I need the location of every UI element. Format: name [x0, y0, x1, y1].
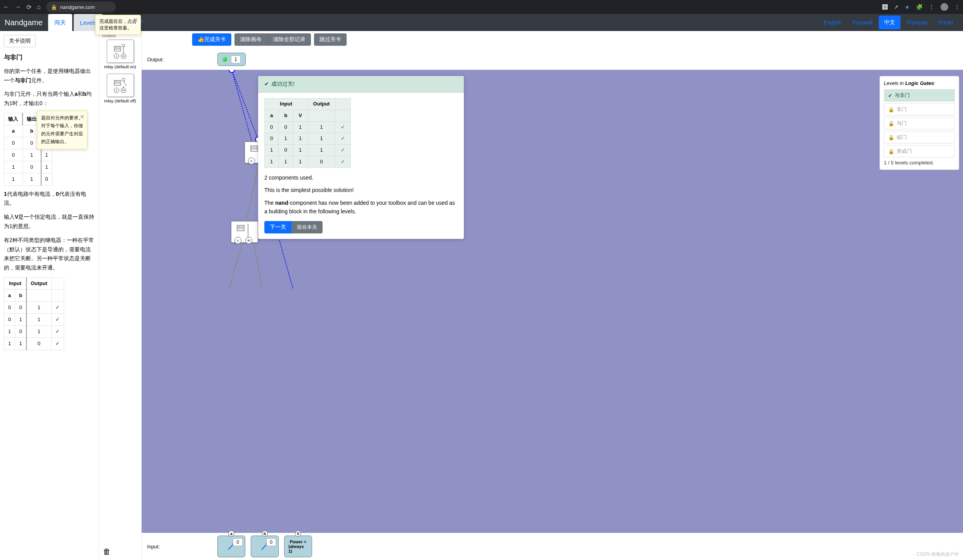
- lang-zh[interactable]: 中文: [879, 16, 901, 29]
- clear-canvas-button[interactable]: 清除画布: [234, 33, 267, 46]
- lock-icon: 🔒: [888, 149, 894, 154]
- success-line-2: This is the simplest possible solution!: [264, 186, 458, 194]
- svg-text:in: in: [122, 54, 125, 58]
- lang-ru[interactable]: Русский: [847, 14, 878, 31]
- instructions-panel: 关卡说明 与非门 你的第一个任务，是使用继电器做出一个与非门元件。 与非门元件，…: [0, 31, 99, 560]
- lock-icon: 🔒: [888, 107, 894, 112]
- lang-en[interactable]: English: [818, 14, 847, 31]
- instruction-para-2: 与非门元件，只有当两个输入a和b均为1时，才输出0：: [4, 90, 95, 108]
- level-item-xor[interactable]: 🔒异或门: [884, 145, 955, 157]
- watermark: CSDN @御风@户外: [916, 551, 959, 558]
- close-icon[interactable]: ✕: [80, 112, 85, 122]
- port-in[interactable]: in: [245, 237, 252, 244]
- placed-relay-2[interactable]: c in ▾: [231, 221, 258, 243]
- level-item-nand[interactable]: ✔与非门: [884, 89, 955, 102]
- levels-title: Levels in Logic Gates:: [884, 80, 955, 86]
- port-c[interactable]: c: [248, 157, 255, 164]
- check-button[interactable]: 👍完成关卡: [192, 33, 231, 46]
- svg-text:c: c: [116, 88, 117, 92]
- instruction-para-1: 你的第一个任务，是使用继电器做出一个与非门元件。: [4, 67, 95, 85]
- output-led-icon: [222, 57, 227, 62]
- input-a[interactable]: a 0: [217, 536, 245, 557]
- tab-gate[interactable]: 闯关: [48, 14, 72, 31]
- svg-point-2: [122, 44, 125, 47]
- input-b[interactable]: b 0: [251, 536, 279, 557]
- success-panel: ✔成功过关! InputOutput abV 0011✓ 0111✓ 1011✓…: [258, 76, 464, 239]
- instruction-para-3b: 输入V是一个恒定电流，就是一直保持为1的意思。: [4, 213, 95, 231]
- output-label: Output:: [142, 57, 164, 62]
- svg-line-8: [123, 80, 126, 86]
- browser-chrome: ← → ⟳ ⌂ 🔒 nandgame.com 🅰 ↗ ★ 🧩 ⋮ ⋮: [0, 0, 963, 14]
- level-item-not[interactable]: 🔒非门: [884, 103, 955, 116]
- overflow-icon[interactable]: ⋮: [954, 4, 960, 10]
- forward-icon[interactable]: →: [15, 3, 21, 10]
- reload-icon[interactable]: ⟳: [26, 3, 31, 11]
- tooltip-check: ✕ 完成题目后，点击这里检查答案。: [95, 15, 141, 35]
- tool-relay-off[interactable]: c in relay (default off): [101, 74, 139, 103]
- tooltip-requirements: ✕ 题目对元件的要求。对于每个输入，你做的元件需要产生对应的正确输出。: [37, 111, 87, 149]
- tool-relay-on[interactable]: c in relay (default on): [101, 40, 139, 69]
- toolbox: ✕ 完成题目后，点击这里检查答案。 Toolbox c in relay (de…: [99, 31, 142, 560]
- svg-point-10: [122, 78, 125, 81]
- lang-fr[interactable]: Français: [901, 14, 933, 31]
- home-icon[interactable]: ⌂: [37, 3, 41, 10]
- svg-point-15: [229, 70, 234, 73]
- result-table: InputOutput abV 0011✓ 0111✓ 1011✓ 1110✓: [264, 98, 351, 168]
- menu-icon[interactable]: ⋮: [929, 4, 934, 10]
- lang-pl[interactable]: Polski: [933, 14, 958, 31]
- main-nav: Nandgame 闯关 Levels 捐助 关于 English Русский…: [0, 14, 963, 31]
- input-v: V Power + (always 1): [284, 536, 312, 557]
- next-level-button[interactable]: 下一关: [264, 221, 292, 233]
- success-line-3: The nand-component has now been added to…: [264, 199, 458, 216]
- level-item-and[interactable]: 🔒与门: [884, 117, 955, 130]
- back-icon[interactable]: ←: [3, 3, 9, 10]
- success-header: ✔成功过关!: [258, 76, 464, 93]
- star-icon[interactable]: ★: [905, 4, 910, 10]
- lock-icon: 🔒: [51, 4, 57, 10]
- levels-progress: 1 / 5 levels completed.: [884, 160, 955, 166]
- truth-table-2: InputOutput ab 001✓ 011✓ 101✓ 110✓: [4, 277, 64, 350]
- skip-button[interactable]: 跳过关卡: [314, 33, 347, 46]
- workspace[interactable]: c in ▾ c in ▾ ✔成功过关!: [142, 70, 963, 533]
- instruction-para-4: 有2种不同类型的继电器：一种在平常（默认）状态下是导通的，需要电流来把它关断。另…: [4, 236, 95, 273]
- lock-icon: 🔒: [888, 121, 894, 126]
- check-icon: ✔: [888, 93, 892, 99]
- instruction-para-3a: 1代表电路中有电流，0代表没有电流。: [4, 190, 95, 208]
- translate-icon[interactable]: 🅰: [882, 4, 888, 10]
- url-text: nandgame.com: [60, 4, 95, 10]
- avatar[interactable]: [940, 3, 948, 11]
- clear-all-button[interactable]: 清除全部记录: [267, 33, 311, 46]
- svg-text:in: in: [122, 88, 125, 92]
- extensions-icon[interactable]: 🧩: [916, 4, 923, 10]
- input-label: Input:: [142, 544, 160, 550]
- share-icon[interactable]: ↗: [894, 4, 899, 10]
- check-icon: ✔: [264, 81, 269, 87]
- output-box: 1: [217, 53, 246, 66]
- levels-panel: Levels in Logic Gates: ✔与非门 🔒非门 🔒与门 🔒或门 …: [880, 76, 959, 170]
- canvas-area: 👍完成关卡 清除画布 清除全部记录 跳过关卡 Output: 1: [142, 31, 963, 560]
- help-button[interactable]: 关卡说明: [4, 35, 36, 47]
- close-icon[interactable]: ✕: [134, 17, 138, 23]
- output-value: 1: [231, 55, 241, 63]
- trash-icon[interactable]: 🗑: [103, 547, 111, 556]
- success-line-1: 2 components used.: [264, 173, 458, 182]
- lock-icon: 🔒: [888, 135, 894, 140]
- level-title: 与非门: [4, 52, 95, 63]
- url-bar[interactable]: 🔒 nandgame.com: [46, 2, 116, 12]
- svg-text:c: c: [116, 54, 117, 58]
- level-item-or[interactable]: 🔒或门: [884, 131, 955, 143]
- brand[interactable]: Nandgame: [5, 14, 48, 31]
- stay-button[interactable]: 留在本关: [292, 221, 323, 233]
- port-c[interactable]: c: [234, 237, 241, 244]
